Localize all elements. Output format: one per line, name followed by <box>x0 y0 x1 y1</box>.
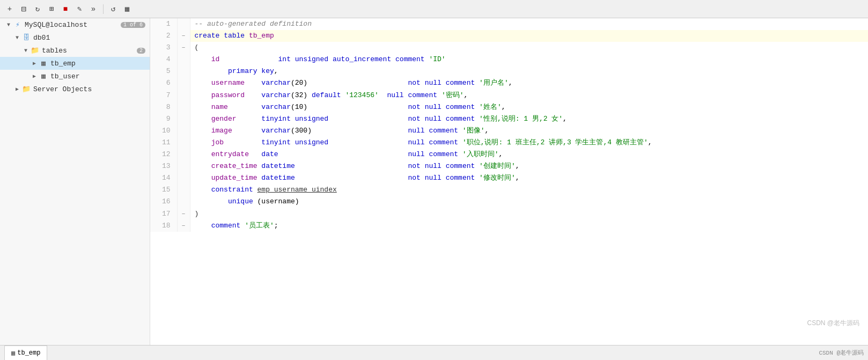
tab-table-icon: ▦ <box>11 349 15 357</box>
table-row: 9 gender tinyint unsigned not null comme… <box>150 113 868 125</box>
folder-icon: 📁 <box>21 84 31 94</box>
table-row: 14 update_time datetime not null comment… <box>150 172 868 184</box>
table-icon: ▦ <box>39 71 48 81</box>
line-gutter <box>177 184 190 196</box>
tables-badge: 2 <box>137 48 145 54</box>
line-content: comment '员工表'; <box>190 220 868 232</box>
db-icon: 🗄 <box>21 33 31 42</box>
line-content: create_time datetime not null comment '创… <box>190 160 868 172</box>
line-content: password varchar(32) default '123456' nu… <box>190 90 868 101</box>
line-number: 12 <box>150 149 177 160</box>
line-content: constraint emp_username_uindex <box>190 184 868 196</box>
host-label: MySQL@localhost <box>25 21 119 29</box>
table-icon: ▦ <box>39 58 48 68</box>
line-number: 4 <box>150 54 177 65</box>
line-content: update_time datetime not null comment '修… <box>190 172 868 184</box>
code-panel[interactable]: 1 -- auto-generated definition 2 − creat… <box>150 18 868 345</box>
line-gutter <box>177 125 190 137</box>
line-gutter <box>177 77 190 89</box>
tables-label: tables <box>42 47 135 55</box>
line-content: ( <box>190 42 868 54</box>
line-number: 14 <box>150 172 177 184</box>
main-layout: ▼ ⚡ MySQL@localhost 1 of 6 ▼ 🗄 db01 ▼ 📁 … <box>0 18 868 345</box>
table-row: 1 -- auto-generated definition <box>150 18 868 30</box>
stop-icon[interactable]: ■ <box>60 4 71 14</box>
line-content: entrydate date null comment '入职时间', <box>190 149 868 160</box>
watermark-bottom: CSDN @老牛源码 <box>819 349 864 357</box>
table-row: 17 − ) <box>150 208 868 220</box>
line-number: 5 <box>150 65 177 77</box>
tab-label: tb_emp <box>17 349 40 357</box>
line-gutter <box>177 18 190 30</box>
sidebar-item-tb-user[interactable]: ▶ ▦ tb_user <box>0 70 150 83</box>
sidebar-item-tables[interactable]: ▼ 📁 tables 2 <box>0 44 150 57</box>
code-table: 1 -- auto-generated definition 2 − creat… <box>150 18 868 232</box>
line-gutter <box>177 101 190 113</box>
sidebar-item-tb-emp[interactable]: ▶ ▦ tb_emp <box>0 57 150 70</box>
line-gutter <box>177 160 190 172</box>
tree-arrow: ▼ <box>4 22 13 28</box>
server-objects-label: Server Objects <box>33 85 145 93</box>
line-number: 1 <box>150 18 177 30</box>
table-row: 18 − comment '员工表'; <box>150 220 868 232</box>
remove-icon[interactable]: ⊟ <box>18 4 29 14</box>
table-row: 3 − ( <box>150 42 868 54</box>
table-row: 2 − create table tb_emp <box>150 30 868 42</box>
line-number: 6 <box>150 77 177 89</box>
line-number: 18 <box>150 220 177 232</box>
tree-arrow: ▶ <box>30 73 39 79</box>
tree-arrow: ▶ <box>13 86 21 92</box>
table-row: 12 entrydate date null comment '入职时间', <box>150 149 868 160</box>
toolbar: + ⊟ ↻ ⊞ ■ ✎ » ↺ ▦ <box>0 0 868 18</box>
sidebar-item-mysql-host[interactable]: ▼ ⚡ MySQL@localhost 1 of 6 <box>0 18 150 31</box>
line-gutter <box>177 149 190 160</box>
line-gutter: − <box>177 208 190 220</box>
edit-icon[interactable]: ✎ <box>74 4 85 14</box>
table-row: 13 create_time datetime not null comment… <box>150 160 868 172</box>
line-number: 2 <box>150 30 177 42</box>
line-gutter <box>177 172 190 184</box>
refresh-icon[interactable]: ↻ <box>32 4 43 14</box>
line-content: gender tinyint unsigned not null comment… <box>190 113 868 125</box>
refresh2-icon[interactable]: ↺ <box>108 4 119 14</box>
line-content: unique (username) <box>190 196 868 208</box>
line-number: 13 <box>150 160 177 172</box>
db-label: db01 <box>33 34 145 42</box>
table-row: 6 username varchar(20) not null comment … <box>150 77 868 89</box>
sidebar-item-server-objects[interactable]: ▶ 📁 Server Objects <box>0 83 150 95</box>
line-content: image varchar(300) null comment '图像', <box>190 125 868 137</box>
line-number: 11 <box>150 137 177 149</box>
bottom-tab-tb-emp[interactable]: ▦ tb_emp <box>4 346 47 360</box>
line-content: name varchar(10) not null comment '姓名', <box>190 101 868 113</box>
line-gutter: − <box>177 42 190 54</box>
more-icon[interactable]: » <box>88 4 99 14</box>
line-gutter <box>177 196 190 208</box>
table-row: 7 password varchar(32) default '123456' … <box>150 90 868 101</box>
host-icon: ⚡ <box>13 20 23 30</box>
tree-arrow: ▼ <box>13 35 21 41</box>
tb-user-label: tb_user <box>50 72 145 80</box>
line-gutter <box>177 65 190 77</box>
sidebar-item-db01[interactable]: ▼ 🗄 db01 <box>0 31 150 44</box>
line-gutter <box>177 113 190 125</box>
separator <box>103 4 104 14</box>
line-gutter <box>177 54 190 65</box>
table-row: 5 primary key, <box>150 65 868 77</box>
line-number: 17 <box>150 208 177 220</box>
table-row: 8 name varchar(10) not null comment '姓名'… <box>150 101 868 113</box>
line-number: 9 <box>150 113 177 125</box>
line-content: -- auto-generated definition <box>190 18 868 30</box>
watermark: CSDN @老牛源码 <box>807 319 859 328</box>
filter-icon[interactable]: ⊞ <box>46 4 57 14</box>
line-number: 3 <box>150 42 177 54</box>
table-row: 4 id int unsigned auto_increment comment… <box>150 54 868 65</box>
line-number: 10 <box>150 125 177 137</box>
line-content: username varchar(20) not null comment '用… <box>190 77 868 89</box>
line-number: 8 <box>150 101 177 113</box>
tree-arrow: ▶ <box>30 60 39 67</box>
tree-arrow: ▼ <box>21 48 30 54</box>
bottom-tab-bar: ▦ tb_emp CSDN @老牛源码 <box>0 345 868 360</box>
add-icon[interactable]: + <box>4 4 15 14</box>
table-icon[interactable]: ▦ <box>122 4 133 14</box>
table-row: 15 constraint emp_username_uindex <box>150 184 868 196</box>
